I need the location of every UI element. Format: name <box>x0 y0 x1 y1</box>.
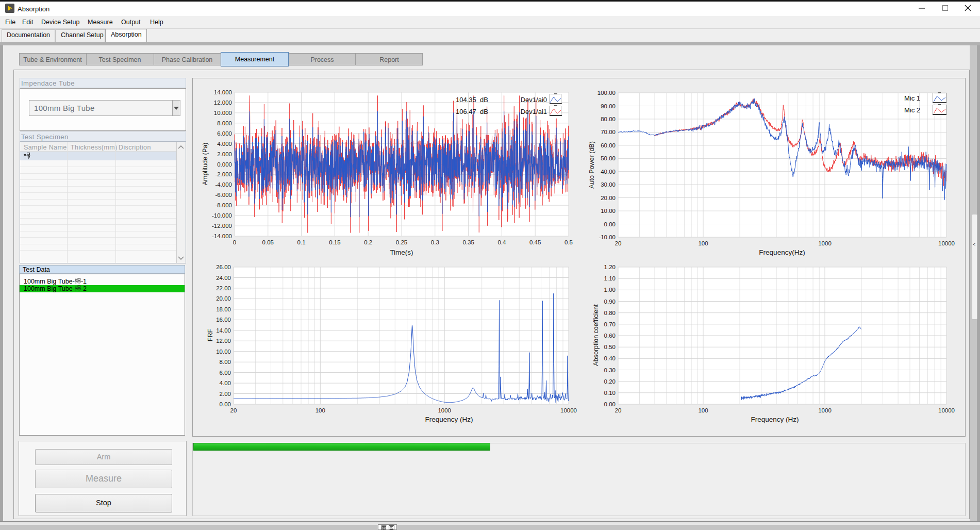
svg-text:1.10: 1.10 <box>604 275 616 281</box>
svg-text:Mic 1: Mic 1 <box>904 94 920 102</box>
svg-text:6.00: 6.00 <box>220 370 231 376</box>
svg-text:100.00: 100.00 <box>597 90 616 96</box>
svg-text:1000: 1000 <box>438 407 451 413</box>
svg-text:16.00: 16.00 <box>216 317 231 323</box>
svg-text:0.15: 0.15 <box>329 239 340 245</box>
svg-text:Time(s): Time(s) <box>390 249 413 256</box>
svg-text:0.70: 0.70 <box>604 321 616 327</box>
svg-text:Auto Power (dB): Auto Power (dB) <box>588 141 595 189</box>
svg-text:10.000: 10.000 <box>214 110 232 116</box>
svg-text:0.00: 0.00 <box>604 401 616 407</box>
svg-text:1000: 1000 <box>818 407 832 413</box>
svg-text:-2.000: -2.000 <box>215 171 232 177</box>
svg-text:80.00: 80.00 <box>601 116 616 122</box>
svg-text:2.000: 2.000 <box>217 151 232 157</box>
svg-text:30.00: 30.00 <box>601 181 616 188</box>
svg-text:10000: 10000 <box>938 407 955 413</box>
svg-text:Frequency (Hz): Frequency (Hz) <box>425 416 473 423</box>
svg-text:4.000: 4.000 <box>217 141 232 147</box>
svg-text:Amplitude (Pa): Amplitude (Pa) <box>202 143 209 186</box>
svg-text:0.80: 0.80 <box>604 310 616 316</box>
svg-text:-10.00: -10.00 <box>599 234 616 240</box>
svg-text:14.000: 14.000 <box>214 89 232 95</box>
svg-text:Frequency (Hz): Frequency (Hz) <box>751 416 799 423</box>
svg-text:100: 100 <box>698 407 708 413</box>
svg-text:1.20: 1.20 <box>604 264 616 270</box>
svg-text:26.00: 26.00 <box>216 264 231 270</box>
svg-text:12.000: 12.000 <box>214 100 232 106</box>
svg-text:0.20: 0.20 <box>604 378 616 385</box>
svg-text:1.00: 1.00 <box>604 287 616 293</box>
svg-text:0.45: 0.45 <box>529 239 541 245</box>
svg-text:4.00: 4.00 <box>220 380 231 386</box>
svg-text:Mic 2: Mic 2 <box>904 106 920 114</box>
svg-text:0.000: 0.000 <box>217 161 232 168</box>
svg-text:1000: 1000 <box>818 240 832 246</box>
svg-text:-4.000: -4.000 <box>215 181 232 188</box>
svg-text:24.00: 24.00 <box>216 275 231 281</box>
svg-text:10.00: 10.00 <box>216 349 231 355</box>
svg-text:-6.000: -6.000 <box>215 192 232 198</box>
svg-text:0.90: 0.90 <box>604 299 616 305</box>
svg-text:0.1: 0.1 <box>297 239 306 245</box>
svg-text:Dev1/ai1: Dev1/ai1 <box>521 108 547 115</box>
svg-text:0.40: 0.40 <box>604 355 616 361</box>
svg-text:0.3: 0.3 <box>431 239 439 245</box>
svg-text:Dev1/ai0: Dev1/ai0 <box>521 96 547 104</box>
svg-text:20: 20 <box>615 240 622 246</box>
svg-text:6.000: 6.000 <box>217 130 232 137</box>
svg-text:50.00: 50.00 <box>601 155 616 161</box>
svg-text:Frequency(Hz): Frequency(Hz) <box>759 249 805 256</box>
svg-text:0.00: 0.00 <box>604 221 616 227</box>
svg-text:20.00: 20.00 <box>601 195 616 201</box>
svg-text:-12.000: -12.000 <box>212 223 232 229</box>
svg-text:40.00: 40.00 <box>601 169 616 175</box>
svg-text:70.00: 70.00 <box>601 129 616 135</box>
svg-text:0.4: 0.4 <box>497 239 506 245</box>
svg-text:90.00: 90.00 <box>601 103 616 109</box>
svg-text:106.47 dB: 106.47 dB <box>456 108 488 115</box>
svg-text:60.00: 60.00 <box>601 142 616 148</box>
svg-text:8.00: 8.00 <box>220 359 231 365</box>
svg-text:0.30: 0.30 <box>604 367 616 373</box>
svg-text:0.50: 0.50 <box>604 344 616 350</box>
svg-text:18.00: 18.00 <box>216 306 231 312</box>
svg-text:-8.000: -8.000 <box>215 202 232 208</box>
svg-text:0.10: 0.10 <box>604 390 616 396</box>
svg-text:0.00: 0.00 <box>220 401 231 407</box>
svg-text:22.00: 22.00 <box>216 285 231 291</box>
svg-text:20: 20 <box>615 407 622 413</box>
svg-text:10000: 10000 <box>560 407 577 413</box>
svg-text:104.35 dB: 104.35 dB <box>456 96 488 104</box>
svg-text:Absorption coefficient: Absorption coefficient <box>592 304 600 366</box>
svg-text:10.00: 10.00 <box>601 208 616 214</box>
svg-text:10000: 10000 <box>938 240 955 246</box>
svg-text:20.00: 20.00 <box>216 295 231 302</box>
svg-text:0.35: 0.35 <box>462 239 474 245</box>
svg-text:2.00: 2.00 <box>220 391 231 397</box>
svg-text:0.5: 0.5 <box>564 239 573 245</box>
svg-text:0.05: 0.05 <box>262 239 274 245</box>
svg-text:-14.000: -14.000 <box>212 233 232 239</box>
svg-text:100: 100 <box>315 407 325 413</box>
svg-text:100: 100 <box>698 240 708 246</box>
svg-text:FRF: FRF <box>207 328 214 341</box>
svg-text:0: 0 <box>233 239 236 245</box>
svg-text:0.60: 0.60 <box>604 333 616 339</box>
svg-text:8.000: 8.000 <box>217 120 232 126</box>
svg-text:12.00: 12.00 <box>216 338 231 344</box>
svg-text:0.25: 0.25 <box>396 239 407 245</box>
svg-text:-10.000: -10.000 <box>212 212 232 219</box>
svg-text:14.00: 14.00 <box>216 327 231 334</box>
svg-text:0.2: 0.2 <box>364 239 372 245</box>
svg-text:20: 20 <box>230 407 237 413</box>
